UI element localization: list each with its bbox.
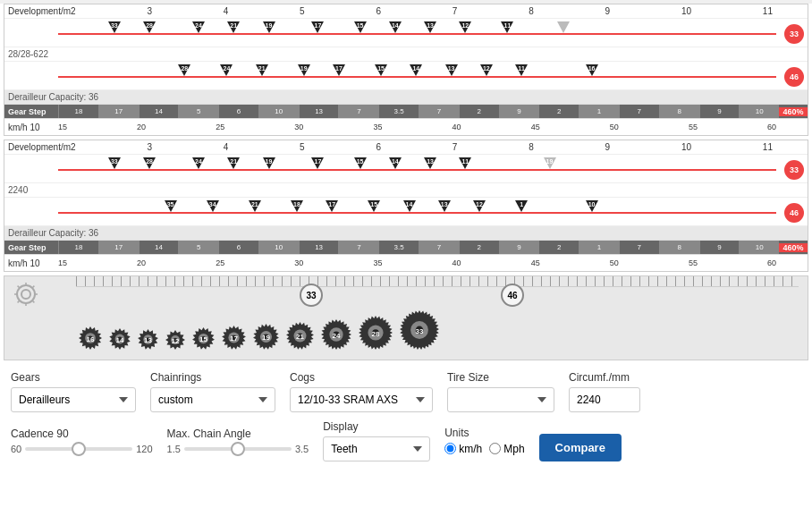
gear-step-cell: 5	[178, 241, 218, 254]
gear-step-end-badge: 460%	[779, 107, 808, 116]
gear-number: 14	[406, 201, 413, 207]
ruler-number: 9	[605, 142, 611, 152]
gear-marker: 18	[291, 200, 303, 212]
kmh-value: 30	[294, 123, 303, 131]
gear-step-cell: 13	[299, 105, 339, 118]
gear-step-cell: 6	[218, 105, 258, 118]
units-label: Units	[444, 427, 524, 439]
gear-number: 33	[111, 22, 118, 29]
circumf-input[interactable]	[569, 387, 640, 412]
gear-step-cell: 10	[739, 241, 779, 254]
display-select[interactable]: Teeth Development Speed	[323, 436, 430, 461]
mph-radio[interactable]	[489, 443, 501, 454]
gear-step-cell: 7	[619, 105, 659, 118]
charts-area: Development/m234567891011333328242119171…	[0, 4, 812, 272]
gear-step-cell: 9	[699, 241, 740, 254]
compare-button[interactable]: Compare	[539, 434, 622, 461]
gear-marker: 14	[403, 200, 416, 212]
tire-size-label: Tire Size	[447, 371, 554, 384]
svg-text:19: 19	[262, 334, 270, 342]
gear-step-cell: 18	[58, 241, 98, 254]
kmh-radio[interactable]	[444, 443, 456, 454]
gear-step-row: Gear Step18171456101373.57292178910460%	[4, 105, 808, 119]
gear-step-cell: 1	[579, 105, 619, 118]
gear-step-cell: 13	[299, 241, 339, 254]
kmh-option[interactable]: km/h	[444, 443, 482, 455]
cogs-label: Cogs	[290, 371, 433, 384]
gear-number: 34	[209, 201, 216, 207]
chart-wrapper-1: Development/m234567891011333328242119171…	[4, 140, 808, 272]
kmh-value: 40	[453, 258, 461, 267]
kmh-value: 15	[58, 123, 67, 131]
sprocket-area: 33 46 1614131215171921242833	[4, 275, 808, 360]
kmh-row: km/h 1015202530354045505560	[4, 119, 808, 135]
gear-step-cell: 9	[499, 241, 539, 254]
ruler-number: 5	[300, 6, 305, 16]
cadence-slider[interactable]	[25, 447, 132, 451]
kmh-value: 30	[294, 258, 303, 267]
gear-step-cell: 14	[139, 105, 179, 118]
gear-marker: 21	[249, 200, 261, 212]
gear-marker: 14	[389, 21, 402, 33]
chain-angle-slider[interactable]	[184, 447, 292, 451]
gear-step-cell: 2	[538, 105, 579, 118]
gear-number: 15	[370, 201, 377, 207]
mph-option[interactable]: Mph	[489, 443, 524, 455]
sprocket: 16	[76, 324, 105, 352]
ruler-number: 6	[376, 142, 381, 152]
gear-number: 21	[251, 201, 258, 207]
gear-number: 13	[427, 22, 434, 29]
gear-number: 12	[483, 65, 490, 72]
red-badge-bottom: 46	[784, 67, 804, 87]
gear-step-cell: 2	[459, 105, 499, 118]
gears-select[interactable]: Derailleurs	[11, 387, 136, 412]
gear-number: 13	[427, 158, 434, 165]
gear-step-cell: 17	[98, 105, 139, 118]
svg-text:16: 16	[87, 335, 95, 343]
kmh-value: 45	[531, 258, 540, 267]
gear-number: 19	[300, 65, 308, 72]
gear-number: 21	[230, 22, 237, 29]
gears-label: Gears	[11, 371, 136, 384]
kmh-value: 25	[216, 123, 224, 131]
gear-step-cell: 7	[419, 105, 459, 118]
chainrings-select[interactable]: custom	[150, 387, 275, 412]
derailleur-capacity: Derailleur Capacity: 36	[4, 90, 808, 105]
kmh-value: 55	[689, 123, 698, 131]
svg-point-0	[17, 285, 35, 303]
gear-marker: 34	[207, 200, 219, 212]
tire-size-select[interactable]	[447, 387, 554, 412]
sprocket: 21	[283, 319, 317, 352]
derailleur-capacity: Derailleur Capacity: 36	[4, 226, 808, 241]
gear-step-cell: 10	[258, 241, 299, 254]
gear-number: 28	[146, 158, 153, 165]
kmh-label: km/h 10	[4, 123, 58, 132]
gear-marker: 19	[263, 21, 275, 33]
ruler-number: 8	[529, 6, 534, 16]
gear-step-cell: 9	[699, 105, 740, 118]
gear-number: 14	[412, 65, 419, 72]
chainring-icon	[12, 280, 40, 309]
gear-step-cell: 14	[139, 241, 179, 254]
gear-step-label: Gear Step	[4, 243, 58, 252]
gear-marker: 13	[445, 64, 458, 76]
gear-step-end-badge: 460%	[779, 243, 808, 252]
cogs-select[interactable]: 12/10-33 SRAM AXS	[290, 387, 433, 412]
gear-step-cell: 7	[419, 241, 459, 254]
bottom-markers-row: 46353421181715141312110	[4, 198, 808, 226]
chain-angle-group: Max. Chain Angle 1.5 3.5	[167, 428, 309, 454]
gear-marker: 19	[263, 157, 275, 169]
cadence-min: 60	[11, 444, 21, 454]
gear-number: 15	[357, 158, 364, 165]
gear-marker: 12	[473, 200, 486, 212]
sprockets-container: 1614131215171921242833	[76, 308, 442, 352]
gear-number: 10	[588, 201, 596, 207]
gear-marker: 15	[368, 200, 380, 212]
chain-angle-label: Max. Chain Angle	[167, 428, 309, 440]
sprocket: 28	[356, 313, 395, 352]
gear-number: 21	[258, 65, 266, 72]
ruler-number: 10	[681, 6, 691, 16]
gear-marker: 21	[227, 157, 240, 169]
svg-text:17: 17	[230, 334, 238, 343]
svg-text:21: 21	[296, 333, 304, 341]
